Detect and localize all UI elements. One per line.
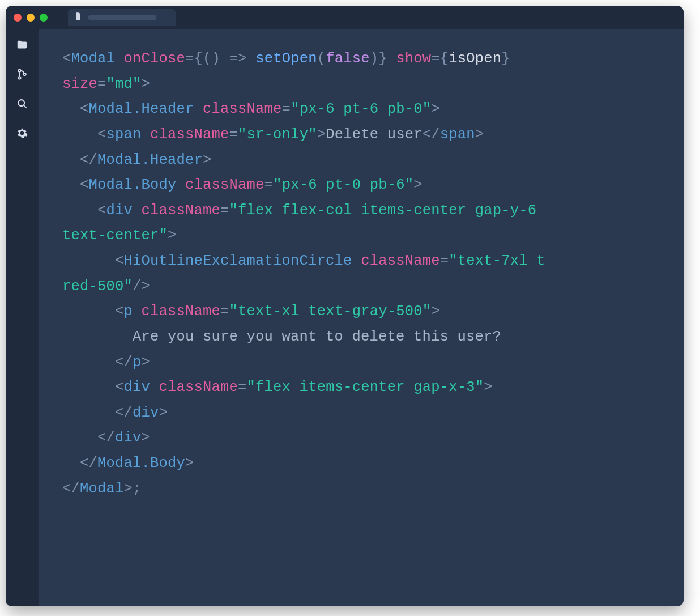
code-token-text [142,126,151,143]
code-token-attr: show [396,50,431,67]
code-token-punc: = [282,101,291,117]
code-token-punc: < [97,126,106,143]
code-token-str: "flex items-center gap-x-3" [247,379,484,396]
code-token-text [115,50,124,67]
code-content: <Modal onClose={() => setOpen(false)} sh… [62,46,684,502]
code-token-punc: < [115,379,124,396]
file-icon [74,12,83,24]
code-token-tag: Modal.Body [97,455,185,471]
code-token-punc: </ [115,354,133,371]
code-token-punc: ( [317,50,326,67]
svg-point-3 [18,100,24,106]
code-token-tag: Modal [71,50,116,67]
code-token-punc: > [431,303,440,320]
code-token-punc: </ [115,405,133,421]
explorer-icon[interactable] [15,37,29,52]
code-token-attr: className [159,379,238,396]
code-token-kw: false [326,50,370,67]
code-token-punc: </ [422,126,440,143]
code-token-tag: div [133,405,159,421]
code-token-punc: = [238,379,247,396]
code-token-text [177,177,186,193]
code-token-tag: span [106,126,142,143]
code-token-text [62,405,115,421]
code-token-punc: /> [133,278,150,295]
code-token-str: "flex flex-col items-center gap-y-6 [229,202,545,219]
code-token-text [133,202,142,219]
close-icon[interactable] [14,14,22,22]
code-token-text [510,50,519,67]
code-token-tag: div [124,379,151,396]
code-token-punc: > [159,405,168,421]
code-token-fn: setOpen [255,50,317,67]
editor-window: <Modal onClose={() => setOpen(false)} sh… [6,6,684,606]
code-token-punc: < [62,50,71,67]
code-token-punc: </ [80,455,97,471]
code-token-tag: Modal.Header [89,101,194,117]
code-token-punc: () [203,50,220,67]
code-editor[interactable]: <Modal onClose={() => setOpen(false)} sh… [39,29,684,606]
code-token-punc: => [229,50,247,67]
code-token-punc: } [501,50,510,67]
code-token-text [62,379,115,396]
code-token-text [247,50,256,67]
titlebar [6,6,684,29]
code-token-punc: = [440,253,449,269]
activity-bar [6,29,39,606]
code-token-punc: > [431,101,440,117]
window-controls [14,14,48,22]
svg-point-1 [18,77,20,79]
code-token-punc: ; [133,481,142,497]
tab-title-placeholder [88,15,156,20]
code-token-text [62,101,80,117]
code-token-tag: HiOutlineExclamationCircle [124,253,352,269]
code-token-ident: isOpen [449,50,501,67]
code-token-punc: > [413,177,422,193]
code-token-text [150,379,159,396]
code-token-text [62,202,97,219]
code-token-tag: span [440,126,475,143]
code-token-tag: Modal.Header [97,152,203,168]
code-token-str: "text-7xl t [449,253,545,269]
code-token-punc: = [431,50,440,67]
code-token-punc: > [142,354,151,371]
code-token-punc: < [80,101,89,117]
minimize-icon[interactable] [27,14,35,22]
editor-body: <Modal onClose={() => setOpen(false)} sh… [6,29,684,606]
code-token-tag: div [115,430,142,446]
code-token-tag: p [133,354,142,371]
code-token-text [133,303,142,320]
code-token-punc: = [229,126,238,143]
code-token-punc: = [220,303,229,320]
code-token-punc: < [80,177,89,193]
code-token-str: "sr-only" [238,126,317,143]
code-token-attr: className [361,253,440,269]
code-token-punc: > [475,126,484,143]
settings-icon[interactable] [15,126,29,141]
code-token-text [62,152,80,168]
code-token-punc: </ [97,430,115,446]
source-control-icon[interactable] [15,67,29,82]
code-token-punc: </ [80,152,97,168]
zoom-icon[interactable] [40,14,48,22]
code-token-punc: > [142,430,151,446]
code-token-text [352,253,361,269]
code-token-text [387,50,396,67]
code-token-punc: > [203,152,212,168]
code-token-punc: > [317,126,326,143]
code-token-tag: p [124,303,133,320]
editor-tab[interactable] [68,9,176,26]
code-token-punc: = [97,76,106,92]
code-token-punc: > [484,379,493,396]
code-token-text [62,177,80,193]
code-token-punc: { [440,50,449,67]
code-token-text [220,50,229,67]
code-token-punc: < [97,202,106,219]
code-token-attr: className [203,101,282,117]
code-token-punc: } [378,50,387,67]
code-token-text [62,253,115,269]
search-icon[interactable] [15,96,29,111]
code-token-text [62,303,115,320]
code-token-attr: className [142,202,221,219]
svg-point-2 [23,73,25,75]
